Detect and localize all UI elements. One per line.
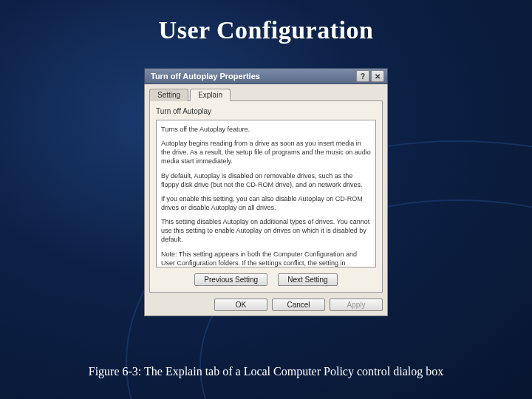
help-icon: ? — [361, 72, 365, 81]
explain-p3: By default, Autoplay is disabled on remo… — [161, 171, 371, 189]
policy-name: Turn off Autoplay — [156, 107, 376, 115]
figure-caption: Figure 6-3: The Explain tab of a Local C… — [0, 365, 532, 378]
close-button[interactable]: ✕ — [371, 70, 384, 82]
close-icon: ✕ — [375, 72, 381, 81]
tab-content-explain: Turn off Autoplay Turns off the Autoplay… — [149, 100, 383, 293]
dialog-title: Turn off Autoplay Properties — [151, 72, 356, 81]
dialog-titlebar: Turn off Autoplay Properties ? ✕ — [144, 68, 388, 84]
properties-dialog: Turn off Autoplay Properties ? ✕ Setting… — [144, 68, 388, 316]
tab-explain[interactable]: Explain — [190, 89, 231, 101]
next-setting-button[interactable]: Next Setting — [278, 273, 337, 286]
slide-title: User Configuration — [0, 0, 532, 44]
tab-setting[interactable]: Setting — [149, 89, 188, 101]
ok-button[interactable]: OK — [214, 299, 267, 311]
explain-p2: Autoplay begins reading from a drive as … — [161, 139, 371, 166]
cancel-button[interactable]: Cancel — [272, 299, 325, 311]
explain-p6: Note: This setting appears in both the C… — [161, 250, 371, 267]
previous-setting-button[interactable]: Previous Setting — [194, 273, 267, 286]
explain-textbox: Turns off the Autoplay feature. Autoplay… — [156, 120, 376, 267]
explain-p4: If you enable this setting, you can also… — [161, 194, 371, 212]
apply-button[interactable]: Apply — [330, 299, 383, 311]
dialog-body: Setting Explain Turn off Autoplay Turns … — [144, 84, 388, 316]
explain-p5: This setting disables Autoplay on additi… — [161, 217, 371, 244]
help-button[interactable]: ? — [356, 70, 369, 82]
explain-p1: Turns off the Autoplay feature. — [161, 125, 371, 134]
